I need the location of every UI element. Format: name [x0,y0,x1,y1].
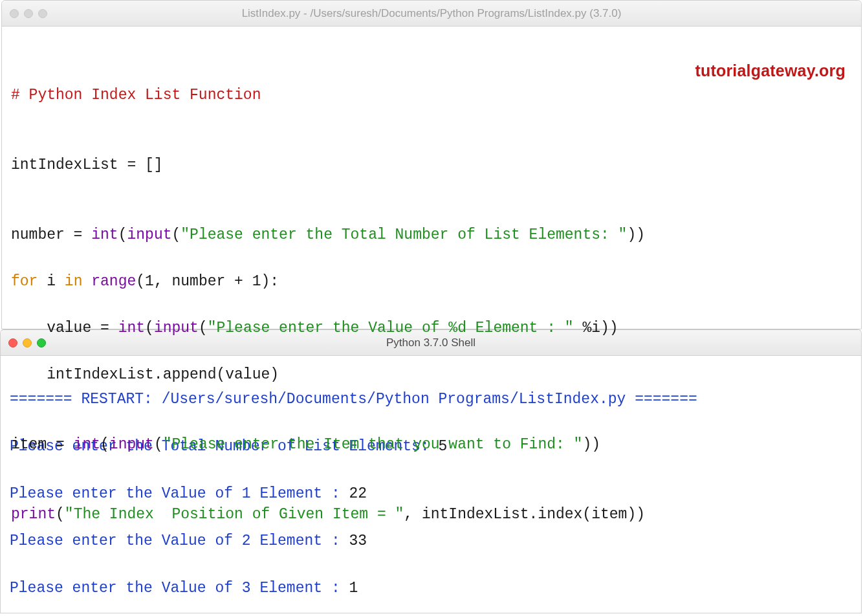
code-string: "Please enter the Total Number of List E… [180,226,627,243]
code-text: ( [56,506,65,523]
code-text: )) [627,226,645,243]
code-builtin: input [154,320,199,336]
code-text [82,273,91,290]
code-keyword: in [65,273,83,290]
code-text: ( [118,226,127,243]
code-comment: # Python Index List Function [11,87,261,104]
code-text: ( [145,320,154,336]
code-text: , intIndexList.index(item)) [404,506,645,523]
code-builtin: int [118,320,145,336]
code-text: number = [11,226,91,243]
code-string: "Please enter the Item that you want to … [163,436,583,453]
code-text: i [38,273,64,290]
code-string: "The Index Position of Given Item = " [65,506,404,523]
code-text: (1, number + 1): [136,273,279,290]
code-line: intIndexList.append(value) [11,363,852,386]
code-builtin: int [91,226,118,243]
code-string: "Please enter the Value of %d Element : … [208,320,574,336]
watermark-text: tutorialgateway.org [695,59,846,82]
close-icon[interactable] [10,9,19,18]
code-text: ( [199,320,208,336]
code-text: ( [100,436,109,453]
code-builtin: int [74,436,100,453]
code-text: item = [11,436,74,453]
code-builtin: print [11,506,56,523]
code-builtin: input [127,226,171,243]
editor-traffic-lights [10,9,55,18]
code-text: ( [171,226,180,243]
code-text: ( [154,436,163,453]
code-keyword: for [11,273,38,290]
code-builtin: range [91,273,136,290]
code-line: intIndexList = [] [11,153,852,177]
code-text: )) [582,436,600,453]
code-editor[interactable]: tutorialgateway.org # Python Index List … [2,27,861,582]
editor-window-title: ListIndex.py - /Users/suresh/Documents/P… [55,7,808,20]
minimize-icon[interactable] [24,9,33,18]
maximize-icon[interactable] [38,9,47,18]
shell-user-input: 1 [349,580,358,597]
editor-titlebar[interactable]: ListIndex.py - /Users/suresh/Documents/P… [2,1,861,27]
shell-prompt: Please enter the Value of 3 Element : [10,580,349,597]
code-text: %i)) [574,320,618,336]
code-text: value = [11,320,118,336]
code-builtin: input [109,436,154,453]
editor-window: ListIndex.py - /Users/suresh/Documents/P… [1,0,862,329]
